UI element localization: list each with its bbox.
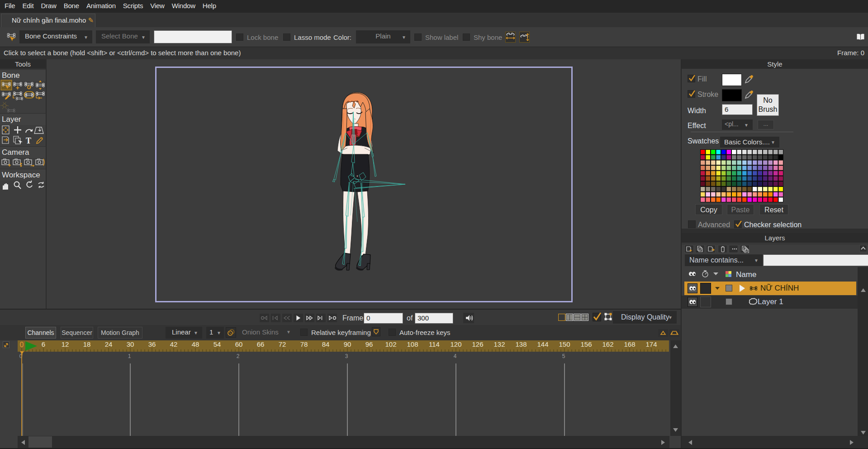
svg-text:132: 132 (493, 340, 505, 348)
svg-text:4: 4 (454, 353, 457, 359)
svg-text:30: 30 (127, 340, 134, 348)
svg-text:18: 18 (83, 340, 91, 348)
svg-text:66: 66 (257, 340, 265, 348)
svg-text:6: 6 (42, 340, 45, 348)
svg-text:150: 150 (559, 340, 570, 348)
svg-text:42: 42 (170, 340, 178, 348)
svg-text:24: 24 (105, 340, 113, 348)
svg-text:60: 60 (235, 340, 243, 348)
svg-text:1: 1 (128, 353, 131, 359)
svg-text:Name: Name (736, 270, 756, 279)
svg-text:54: 54 (213, 340, 221, 348)
svg-text:5: 5 (562, 353, 565, 359)
svg-text:138: 138 (515, 340, 526, 348)
svg-text:102: 102 (385, 340, 396, 348)
svg-text:156: 156 (580, 340, 592, 348)
svg-text:78: 78 (300, 340, 308, 348)
svg-text:126: 126 (472, 340, 483, 348)
svg-text:84: 84 (322, 340, 330, 348)
svg-text:168: 168 (624, 340, 635, 348)
svg-text:114: 114 (429, 340, 440, 348)
svg-text:108: 108 (407, 340, 418, 348)
svg-text:36: 36 (148, 340, 156, 348)
svg-text:T: T (26, 136, 31, 145)
svg-text:162: 162 (602, 340, 613, 348)
svg-text:72: 72 (279, 340, 286, 348)
svg-text:144: 144 (537, 340, 548, 348)
svg-text:174: 174 (645, 340, 657, 348)
svg-text:2: 2 (237, 353, 240, 359)
svg-text:0: 0 (20, 341, 24, 349)
svg-text:48: 48 (192, 340, 199, 348)
svg-text:3: 3 (345, 353, 348, 359)
svg-text:96: 96 (365, 340, 373, 348)
svg-text:90: 90 (344, 340, 351, 348)
svg-text:12: 12 (62, 340, 69, 348)
svg-text:120: 120 (450, 340, 461, 348)
